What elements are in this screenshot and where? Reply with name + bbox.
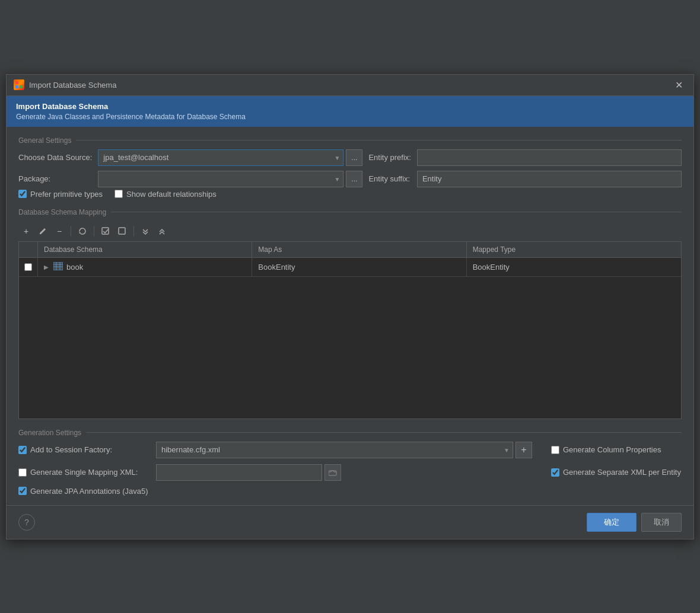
generate-column-props-label[interactable]: Generate Column Properties: [551, 445, 682, 454]
td-schema: ▶ book: [38, 258, 252, 276]
generate-column-props-checkbox[interactable]: [551, 446, 559, 454]
generate-jpa-text: Generate JPA Annotations (Java5): [30, 487, 148, 496]
generate-single-mapping-text: Generate Single Mapping XML:: [30, 468, 138, 477]
single-mapping-input[interactable]: [156, 464, 322, 481]
toolbar-sep-1: [71, 226, 71, 237]
remove-button[interactable]: −: [52, 224, 67, 239]
add-button[interactable]: +: [18, 224, 34, 239]
factory-combo-wrapper: hibernate.cfg.xml ▼ +: [156, 442, 532, 458]
svg-rect-6: [53, 262, 63, 270]
add-to-factory-text: Add to Session Factory:: [30, 445, 112, 454]
help-button[interactable]: ?: [18, 514, 35, 531]
generate-separate-xml-text: Generate Separate XML per Entity: [563, 468, 681, 477]
prefer-primitive-text: Prefer primitive types: [30, 190, 103, 199]
svg-rect-2: [15, 85, 18, 88]
single-mapping-input-wrapper: [156, 464, 532, 481]
title-bar: Import Database Schema ✕: [7, 75, 693, 96]
expand-all-button[interactable]: [138, 224, 153, 239]
generate-separate-xml-checkbox[interactable]: [551, 468, 559, 477]
factory-add-button[interactable]: +: [516, 442, 532, 458]
gen-row-3: Generate JPA Annotations (Java5): [18, 487, 682, 496]
dialog-title: Import Database Schema: [29, 81, 116, 90]
th-mapped-type: Mapped Type: [467, 242, 681, 257]
banner-subtitle: Generate Java Classes and Persistence Me…: [16, 113, 684, 121]
toolbar-sep-2: [94, 226, 94, 237]
mapping-toolbar: + −: [18, 221, 682, 241]
generate-jpa-checkbox[interactable]: [18, 487, 27, 495]
package-ellipsis-button[interactable]: ...: [346, 171, 362, 187]
title-bar-left: Import Database Schema: [14, 79, 116, 90]
edit-button[interactable]: [35, 224, 50, 239]
package-label: Package:: [18, 174, 92, 183]
dialog-footer: ? 确定 取消: [7, 505, 693, 539]
footer-right: 确定 取消: [587, 513, 682, 532]
import-database-schema-dialog: Import Database Schema ✕ Import Database…: [6, 74, 694, 539]
mapping-table: Database Schema Map As Mapped Type ▶: [18, 241, 682, 419]
show-default-text: Show default relationships: [126, 190, 217, 199]
table-schema-icon: [53, 262, 63, 272]
td-schema-text: book: [66, 263, 83, 272]
gen-row-1: Add to Session Factory: hibernate.cfg.xm…: [18, 442, 682, 458]
data-source-ellipsis-button[interactable]: ...: [346, 149, 362, 166]
svg-rect-11: [329, 471, 336, 475]
add-to-factory-checkbox-label[interactable]: Add to Session Factory:: [18, 445, 149, 454]
svg-rect-5: [119, 228, 125, 234]
mapping-section: Database Schema Mapping + −: [18, 208, 682, 419]
refresh-button[interactable]: [75, 224, 90, 239]
mapping-header: Database Schema Mapping: [18, 208, 682, 216]
confirm-button[interactable]: 确定: [587, 513, 637, 532]
uncheck-all-button[interactable]: [114, 224, 130, 239]
th-map-as: Map As: [252, 242, 466, 257]
show-default-checkbox[interactable]: [114, 190, 123, 198]
svg-rect-3: [20, 85, 23, 88]
check-all-button[interactable]: [98, 224, 113, 239]
show-default-checkbox-label[interactable]: Show default relationships: [114, 190, 217, 199]
generate-separate-xml-checkbox-label[interactable]: Generate Separate XML per Entity: [551, 468, 682, 477]
table-row[interactable]: ▶ book BookEntity: [19, 258, 681, 277]
entity-prefix-label: Entity prefix:: [368, 153, 411, 162]
data-source-label: Choose Data Source:: [18, 153, 92, 162]
expand-arrow[interactable]: ▶: [44, 264, 49, 270]
generate-single-mapping-checkbox-label[interactable]: Generate Single Mapping XML:: [18, 468, 149, 477]
td-checkbox[interactable]: [19, 258, 38, 276]
package-input-group: ▼ ...: [98, 171, 362, 187]
general-settings-form: Choose Data Source: jpa_test@localhost ▼…: [18, 149, 682, 187]
generate-column-props-text: Generate Column Properties: [563, 445, 661, 454]
general-settings-section: General Settings Choose Data Source: jpa…: [18, 136, 682, 199]
generation-settings-section: Generation Settings Add to Session Facto…: [18, 429, 682, 496]
banner-title: Import Database Schema: [16, 102, 684, 111]
data-source-dropdown-wrapper: jpa_test@localhost ▼: [98, 149, 343, 166]
checkboxes-row: Prefer primitive types Show default rela…: [18, 190, 682, 199]
collapse-all-button[interactable]: [154, 224, 170, 239]
close-button[interactable]: ✕: [672, 78, 686, 92]
header-banner: Import Database Schema Generate Java Cla…: [7, 96, 693, 127]
svg-rect-0: [15, 81, 18, 84]
dialog-body: General Settings Choose Data Source: jpa…: [7, 127, 693, 505]
package-select[interactable]: [98, 171, 343, 187]
factory-dropdown-wrapper: hibernate.cfg.xml ▼: [156, 442, 513, 458]
single-mapping-browse-button[interactable]: [324, 464, 341, 481]
td-map-as: BookEntity: [252, 258, 466, 276]
data-source-select[interactable]: jpa_test@localhost: [98, 149, 343, 166]
add-to-factory-checkbox[interactable]: [18, 446, 27, 454]
entity-prefix-input[interactable]: [417, 149, 682, 166]
generation-settings-header: Generation Settings: [18, 429, 682, 437]
generate-single-mapping-checkbox[interactable]: [18, 468, 27, 477]
data-source-input-group: jpa_test@localhost ▼ ...: [98, 149, 362, 166]
prefer-primitive-checkbox[interactable]: [18, 190, 27, 198]
entity-suffix-input[interactable]: [417, 171, 682, 187]
td-mapped-type: BookEntity: [467, 258, 681, 276]
gen-row-2: Generate Single Mapping XML:: [18, 464, 682, 481]
svg-rect-1: [20, 81, 23, 84]
factory-select[interactable]: hibernate.cfg.xml: [156, 442, 513, 458]
row-checkbox[interactable]: [24, 263, 32, 271]
entity-suffix-label: Entity suffix:: [368, 174, 411, 183]
th-checkbox: [19, 242, 38, 257]
app-icon: [14, 79, 24, 90]
cancel-button[interactable]: 取消: [641, 513, 682, 532]
th-schema: Database Schema: [38, 242, 252, 257]
generation-settings-grid: Add to Session Factory: hibernate.cfg.xm…: [18, 442, 682, 496]
generate-jpa-checkbox-label[interactable]: Generate JPA Annotations (Java5): [18, 487, 149, 496]
prefer-primitive-checkbox-label[interactable]: Prefer primitive types: [18, 190, 103, 199]
toolbar-sep-3: [133, 226, 134, 237]
